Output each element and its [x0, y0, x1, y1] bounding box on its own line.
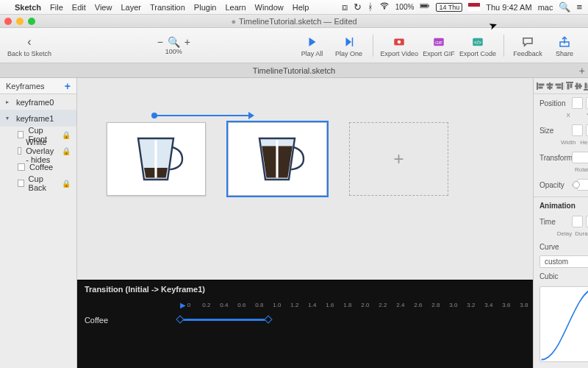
height-sublabel: Height — [580, 139, 588, 146]
svg-text:GIF: GIF — [435, 40, 442, 45]
align-bottom-icon[interactable] — [583, 82, 589, 91]
layer-row[interactable]: Coffee — [0, 159, 76, 175]
menu-file[interactable]: File — [50, 3, 63, 12]
play-one-button[interactable]: Play One — [333, 34, 365, 57]
zoom-window-icon[interactable] — [28, 18, 35, 25]
opacity-slider[interactable] — [572, 184, 574, 186]
lock-icon[interactable]: 🔒 — [62, 131, 71, 139]
dropbox-icon[interactable]: ⧈ — [342, 1, 348, 13]
clock[interactable]: Thu 9:42 AM — [486, 3, 531, 12]
keyframe-thumb-initial[interactable] — [107, 122, 206, 196]
delay-field[interactable] — [572, 216, 583, 227]
back-label: Back to Sketch — [7, 50, 51, 57]
battery-icon[interactable] — [420, 1, 430, 13]
share-button[interactable]: Share — [548, 34, 581, 57]
timeline-clip[interactable] — [180, 319, 268, 321]
ruler-tick: 0.8 — [251, 302, 268, 308]
wifi-icon[interactable] — [379, 1, 390, 13]
zoom-in-icon[interactable]: + — [184, 36, 190, 48]
notification-center-icon[interactable]: ≡ — [576, 1, 582, 13]
layer-row[interactable]: White Overlay - hides 🔒 — [0, 143, 76, 159]
date-badge[interactable]: 14 Thu — [436, 3, 462, 12]
ruler-tick: 1.6 — [321, 302, 339, 308]
menu-plugin[interactable]: Plugin — [194, 3, 217, 12]
minimize-window-icon[interactable] — [16, 18, 24, 25]
keyframe-row[interactable]: ▾ keyframe1 — [0, 110, 76, 127]
feedback-button[interactable]: Feedback — [512, 34, 544, 57]
menu-view[interactable]: View — [95, 3, 112, 12]
layer-swatch-icon — [18, 131, 24, 138]
timeline-ruler[interactable]: 00.20.40.60.81.01.21.41.61.82.02.22.42.6… — [77, 298, 533, 311]
export-gif-button[interactable]: GIF Export GIF — [423, 34, 455, 57]
user-name[interactable]: mac — [538, 3, 553, 12]
svg-point-6 — [398, 40, 401, 43]
magnifier-icon: 🔍 — [168, 36, 180, 48]
cubic-curve-editor[interactable] — [539, 286, 588, 362]
menu-window[interactable]: Window — [255, 3, 284, 12]
width-field[interactable] — [572, 124, 583, 136]
loop-icon[interactable]: ↻ — [354, 1, 362, 13]
back-to-sketch-button[interactable]: ‹ Back to Sketch — [7, 34, 51, 57]
disclosure-triangle-icon[interactable]: ▸ — [6, 99, 12, 105]
layer-row[interactable]: Cup Back 🔒 — [0, 175, 76, 191]
ruler-tick: 0.6 — [233, 302, 251, 308]
layer-swatch-icon — [18, 180, 24, 187]
rotate-field[interactable] — [572, 152, 588, 163]
play-all-button[interactable]: Play All — [296, 34, 329, 57]
timeline-title: Transition (Initial -> Keyframe1) — [77, 280, 533, 298]
menu-learn[interactable]: Learn — [225, 3, 245, 12]
document-tab[interactable]: TimelineTutorial.sketch — [253, 66, 335, 75]
disclosure-triangle-icon[interactable]: ▾ — [6, 115, 12, 121]
app-menu[interactable]: Sketch — [15, 3, 41, 12]
window-titlebar: ● TimelineTutorial.sketch — Edited — [0, 15, 588, 28]
curve-value: custom — [545, 258, 568, 266]
spotlight-icon[interactable]: 🔍 — [559, 1, 570, 13]
align-right-icon[interactable] — [554, 82, 563, 91]
svg-rect-21 — [556, 84, 561, 85]
keyframe-handle-icon[interactable] — [264, 315, 272, 323]
close-window-icon[interactable] — [4, 18, 12, 25]
add-tab-button[interactable]: + — [579, 65, 585, 77]
align-hcenter-icon[interactable] — [545, 82, 554, 91]
menu-layer[interactable]: Layer — [121, 3, 141, 12]
bluetooth-icon[interactable]: ᚼ — [368, 1, 373, 13]
zoom-control[interactable]: − 🔍 + 100% — [157, 36, 190, 55]
lock-icon[interactable]: 🔒 — [62, 180, 71, 188]
play-all-icon — [306, 34, 319, 50]
export-code-button[interactable]: </> Export Code — [459, 34, 496, 57]
menu-transition[interactable]: Transition — [150, 3, 185, 12]
traffic-lights[interactable] — [4, 18, 35, 25]
track-label: Coffee — [77, 316, 173, 325]
lock-icon[interactable]: 🔒 — [62, 147, 71, 155]
align-controls[interactable]: | — [534, 78, 588, 94]
align-left-icon[interactable] — [537, 82, 545, 91]
export-video-button[interactable]: Export Video — [381, 34, 418, 57]
keyframe-thumb-1[interactable] — [228, 122, 327, 196]
keyframes-panel: Keyframes + ▸ keyframe0 ▾ keyframe1 Cup … — [0, 78, 77, 368]
curve-select[interactable]: custom⌄ — [539, 255, 588, 268]
add-keyframe-thumb[interactable]: + — [349, 122, 448, 196]
timeline-track-row[interactable]: Coffee — [77, 311, 533, 329]
timeline-track[interactable] — [180, 315, 533, 325]
svg-point-0 — [384, 8, 384, 9]
align-top-icon[interactable] — [565, 82, 574, 91]
svg-rect-13 — [276, 140, 279, 177]
transition-arrow-icon — [154, 115, 250, 116]
menu-edit[interactable]: Edit — [72, 3, 86, 12]
menu-help[interactable]: Help — [293, 3, 309, 12]
svg-rect-28 — [579, 84, 581, 88]
export-code-label: Export Code — [459, 50, 496, 57]
align-vcenter-icon[interactable] — [574, 82, 583, 91]
keyframe-handle-icon[interactable] — [176, 315, 184, 323]
input-source-flag-icon[interactable] — [468, 3, 480, 11]
position-x-field[interactable] — [572, 97, 583, 109]
keyframe-row[interactable]: ▸ keyframe0 — [0, 94, 76, 110]
layer-swatch-icon — [18, 163, 25, 171]
feedback-label: Feedback — [513, 50, 542, 57]
size-label: Size — [539, 127, 569, 135]
zoom-out-icon[interactable]: − — [157, 36, 163, 48]
svg-text:</>: </> — [474, 40, 481, 45]
duration-sublabel: Duration — [575, 230, 588, 237]
canvas-stage[interactable]: + — [77, 78, 533, 280]
add-keyframe-button[interactable]: + — [65, 80, 71, 92]
